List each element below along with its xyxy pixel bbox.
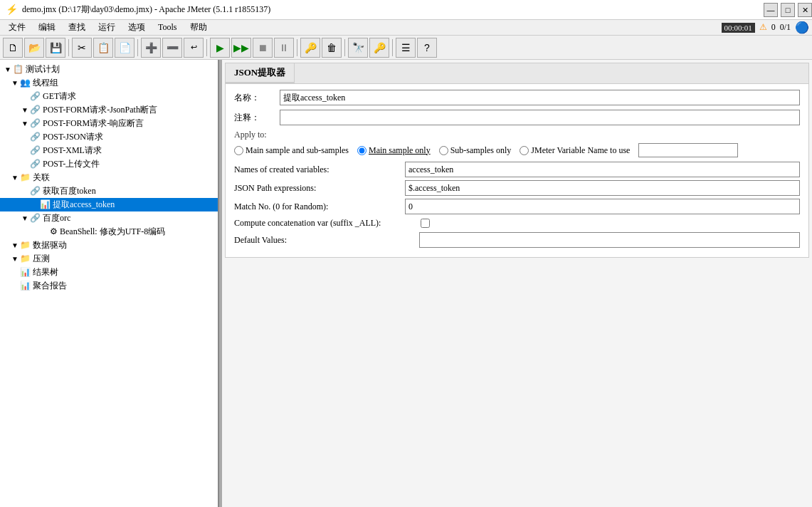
remove-button[interactable]: ➖ <box>162 38 182 58</box>
cut-button[interactable]: ✂ <box>72 38 92 58</box>
clear-button[interactable]: 🔑 <box>300 38 320 58</box>
variables-label: Names of created variables: <box>234 164 405 175</box>
aggregate-icon: 📊 <box>20 281 31 291</box>
tree-label: POST-XML请求 <box>43 145 102 157</box>
comment-input[interactable] <box>280 110 800 125</box>
shutdown-button[interactable]: ⏸ <box>274 38 294 58</box>
expand-icon[interactable]: ▼ <box>3 66 13 73</box>
minimize-button[interactable]: — <box>764 3 778 17</box>
start-button[interactable]: ▶ <box>210 38 230 58</box>
expand-icon[interactable]: ▼ <box>10 255 20 263</box>
thread-group-icon: 👥 <box>20 78 31 88</box>
main-layout: ▼ 📋 测试计划 ▼ 👥 线程组 🔗 GET请求 ▼ 🔗 POST-FORM请求… <box>0 60 812 507</box>
tree-label: POST-上传文件 <box>43 158 100 170</box>
close-button[interactable]: ✕ <box>798 3 812 17</box>
radio-jmeter-var[interactable]: JMeter Variable Name to use <box>520 145 630 156</box>
tree-item-extract-token[interactable]: 📊 提取access_token <box>0 198 218 211</box>
tree-label: 压测 <box>33 253 50 265</box>
tree-item-correlation[interactable]: ▼ 📁 关联 <box>0 171 218 184</box>
title-bar: ⚡ demo.jmx (D:\17期\day03\demo.jmx) - Apa… <box>0 0 812 20</box>
tree-item-baidu-orc[interactable]: ▼ 🔗 百度orc <box>0 211 218 225</box>
menu-tools[interactable]: Tools <box>152 21 183 34</box>
add-button[interactable]: ➕ <box>141 38 161 58</box>
new-button[interactable]: 🗋 <box>3 38 23 58</box>
tree-item-beanshell[interactable]: ⚙ BeanShell: 修改为UTF-8编码 <box>0 225 218 239</box>
title-bar-left: ⚡ demo.jmx (D:\17期\day03\demo.jmx) - Apa… <box>6 4 270 16</box>
start-no-pause-button[interactable]: ▶▶ <box>231 38 251 58</box>
save-button[interactable]: 💾 <box>46 38 65 58</box>
radio-main-sub[interactable]: Main sample and sub-samples <box>234 145 349 156</box>
radio-main-only-input[interactable] <box>357 146 367 155</box>
tree-item-post-upload[interactable]: 🔗 POST-上传文件 <box>0 157 218 171</box>
tree-label: POST-FORM请求-JsonPath断言 <box>43 104 157 116</box>
tree-item-result-tree[interactable]: 📊 结果树 <box>0 266 218 279</box>
variables-input[interactable] <box>405 162 800 177</box>
request-icon: 🔗 <box>30 132 41 142</box>
stop-button[interactable]: ⏹ <box>253 38 273 58</box>
search-button[interactable]: 🔭 <box>348 38 368 58</box>
expand-icon[interactable]: ▼ <box>20 106 30 114</box>
menu-help[interactable]: 帮助 <box>184 20 213 35</box>
tree-item-post-xml[interactable]: 🔗 POST-XML请求 <box>0 144 218 157</box>
tree-label: 关联 <box>33 172 50 184</box>
tree-item-post-form-response[interactable]: ▼ 🔗 POST-FORM请求-响应断言 <box>0 117 218 130</box>
tree-item-post-json[interactable]: 🔗 POST-JSON请求 <box>0 130 218 144</box>
name-input[interactable] <box>280 90 800 105</box>
extractor-tab[interactable]: JSON提取器 <box>226 63 295 83</box>
expand-icon[interactable]: ▼ <box>20 214 30 222</box>
match-no-input[interactable] <box>405 199 800 214</box>
name-label: 名称： <box>234 92 277 104</box>
expand-icon <box>20 93 30 100</box>
copy-button[interactable]: 📋 <box>93 38 113 58</box>
menu-options[interactable]: 选项 <box>122 20 151 35</box>
json-path-input[interactable] <box>405 180 800 196</box>
expand-icon <box>40 228 50 236</box>
tree-label: BeanShell: 修改为UTF-8编码 <box>60 226 165 238</box>
tree-item-thread-group[interactable]: ▼ 👥 线程组 <box>0 76 218 90</box>
expand-icon[interactable]: ▼ <box>10 174 20 182</box>
undo-button[interactable]: ↩ <box>184 38 204 58</box>
tree-item-fetch-baidu[interactable]: 🔗 获取百度token <box>0 184 218 198</box>
warning-count: 0 <box>771 22 776 33</box>
expand-icon <box>10 282 20 290</box>
ssl-button[interactable]: 🔑 <box>369 38 389 58</box>
function-helper-button[interactable]: ☰ <box>396 38 416 58</box>
window-title: demo.jmx (D:\17期\day03\demo.jmx) - Apach… <box>22 4 270 16</box>
request-icon: 🔗 <box>30 118 41 129</box>
radio-sub-only[interactable]: Sub-samples only <box>439 145 512 156</box>
tree-item-stress[interactable]: ▼ 📁 压测 <box>0 252 218 266</box>
menu-run[interactable]: 运行 <box>93 20 121 35</box>
expand-icon[interactable]: ▼ <box>10 79 20 87</box>
maximize-button[interactable]: □ <box>781 3 795 17</box>
concat-checkbox[interactable] <box>421 219 430 228</box>
expand-icon <box>20 160 30 168</box>
paste-button[interactable]: 📄 <box>115 38 135 58</box>
default-input[interactable] <box>419 232 800 248</box>
concat-label: Compute concatenation var (suffix _ALL): <box>234 218 419 229</box>
tree-item-post-form-jsonpath[interactable]: ▼ 🔗 POST-FORM请求-JsonPath断言 <box>0 103 218 117</box>
tree-item-test-plan[interactable]: ▼ 📋 测试计划 <box>0 63 218 76</box>
tree-label: 提取access_token <box>53 199 115 211</box>
open-button[interactable]: 📂 <box>24 38 44 58</box>
expand-icon[interactable]: ▼ <box>20 120 30 127</box>
menu-find[interactable]: 查找 <box>63 20 91 35</box>
beanshell-icon: ⚙ <box>50 226 58 237</box>
radio-sub-only-input[interactable] <box>439 146 448 155</box>
app-icon: ⚡ <box>6 4 18 16</box>
radio-main-sub-input[interactable] <box>234 146 243 155</box>
result-icon: 📊 <box>20 267 31 278</box>
status-time: 00:00:01 <box>722 23 755 33</box>
clear-all-button[interactable]: 🗑 <box>322 38 342 58</box>
tree-item-aggregate-report[interactable]: 📊 聚合报告 <box>0 279 218 293</box>
tree-item-data-driven[interactable]: ▼ 📁 数据驱动 <box>0 239 218 252</box>
help-button[interactable]: ? <box>417 38 437 58</box>
jmeter-var-input[interactable] <box>638 143 738 157</box>
expand-icon[interactable]: ▼ <box>10 241 20 249</box>
radio-jmeter-var-input[interactable] <box>520 146 529 155</box>
tree-item-get-request[interactable]: 🔗 GET请求 <box>0 90 218 103</box>
expand-icon <box>10 268 20 276</box>
radio-main-only[interactable]: Main sample only <box>357 145 431 156</box>
status-fraction: 0/1 <box>780 22 791 33</box>
menu-edit[interactable]: 编辑 <box>33 20 61 35</box>
menu-file[interactable]: 文件 <box>3 20 31 35</box>
